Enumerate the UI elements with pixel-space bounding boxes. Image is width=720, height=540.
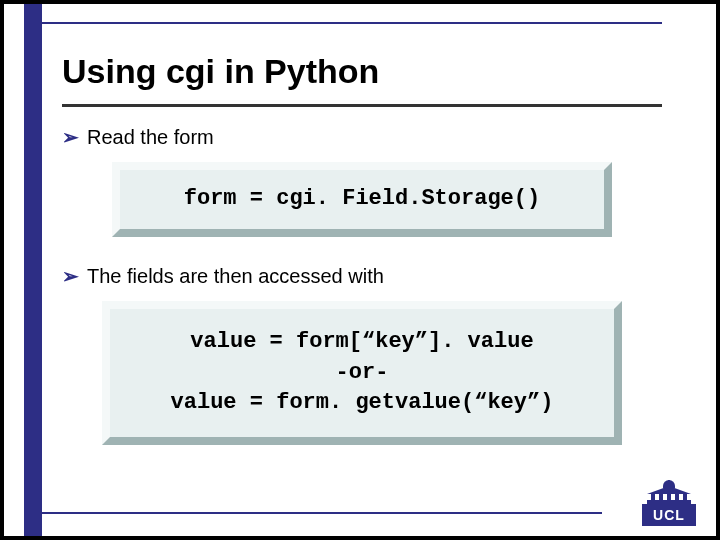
svg-rect-2 bbox=[659, 494, 663, 500]
svg-rect-7 bbox=[668, 480, 670, 484]
ucl-logo: UCL bbox=[642, 480, 696, 526]
bottom-divider bbox=[42, 512, 602, 514]
bullet-item: ➢ The fields are then accessed with bbox=[62, 263, 662, 289]
code-block: value = form[“key”]. value -or- value = … bbox=[102, 301, 622, 445]
chevron-right-icon: ➢ bbox=[62, 124, 79, 150]
svg-rect-3 bbox=[667, 494, 671, 500]
svg-rect-0 bbox=[647, 500, 691, 504]
dome-icon bbox=[645, 480, 693, 506]
left-stripe bbox=[24, 4, 42, 536]
bullet-text: Read the form bbox=[87, 124, 214, 150]
title-underline bbox=[62, 104, 662, 107]
bullet-text: The fields are then accessed with bbox=[87, 263, 384, 289]
slide-content: ➢ Read the form form = cgi. Field.Storag… bbox=[62, 124, 662, 471]
chevron-right-icon: ➢ bbox=[62, 263, 79, 289]
logo-text: UCL bbox=[642, 504, 696, 526]
svg-rect-4 bbox=[675, 494, 679, 500]
bullet-item: ➢ Read the form bbox=[62, 124, 662, 150]
top-divider bbox=[42, 22, 662, 24]
slide-title: Using cgi in Python bbox=[62, 52, 379, 91]
code-block: form = cgi. Field.Storage() bbox=[112, 162, 612, 237]
slide: Using cgi in Python ➢ Read the form form… bbox=[4, 4, 716, 536]
svg-rect-1 bbox=[651, 494, 655, 500]
svg-rect-5 bbox=[683, 494, 687, 500]
